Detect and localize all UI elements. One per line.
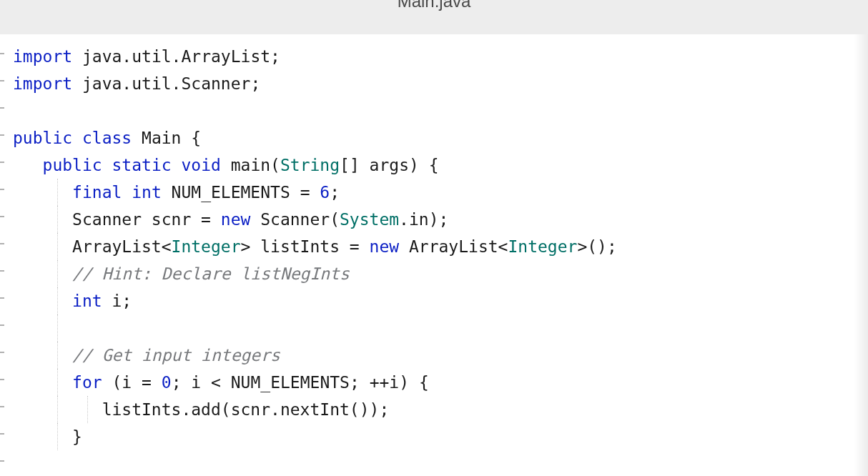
code-text: import java.util.ArrayList; bbox=[13, 47, 280, 66]
gutter-tick bbox=[0, 189, 4, 190]
active-tab-filename[interactable]: Main.java bbox=[398, 0, 471, 11]
gutter-tick bbox=[0, 324, 4, 326]
code-line[interactable]: Scanner scnr = new Scanner(System.in); bbox=[13, 206, 868, 233]
code-text: ArrayList<Integer> listInts = new ArrayL… bbox=[13, 237, 617, 256]
code-text: listInts.add(scnr.nextInt()); bbox=[13, 400, 389, 419]
gutter-tick bbox=[0, 433, 4, 435]
gutter-tick bbox=[0, 107, 4, 109]
code-line[interactable]: final int NUM_ELEMENTS = 6; bbox=[13, 179, 868, 206]
editor-tab-bar: Main.java bbox=[0, 0, 868, 34]
code-text: // Hint: Declare listNegInts bbox=[13, 264, 350, 283]
gutter-tick bbox=[0, 270, 4, 272]
gutter-tick bbox=[0, 406, 4, 407]
code-text: public class Main { bbox=[13, 129, 201, 147]
code-line[interactable]: for (i = 0; i < NUM_ELEMENTS; ++i) { bbox=[13, 369, 868, 396]
code-line[interactable] bbox=[13, 97, 868, 124]
code-text: Scanner scnr = new Scanner(System.in); bbox=[13, 210, 448, 229]
gutter-tick bbox=[0, 352, 4, 353]
code-area[interactable]: import java.util.ArrayList;import java.u… bbox=[7, 34, 868, 476]
gutter-tick bbox=[0, 53, 4, 54]
line-gutter bbox=[0, 34, 7, 476]
code-line[interactable]: ArrayList<Integer> listInts = new ArrayL… bbox=[13, 233, 868, 260]
code-text: // Get input integers bbox=[13, 346, 280, 365]
gutter-tick bbox=[0, 80, 4, 81]
gutter-tick bbox=[0, 134, 4, 136]
code-line[interactable]: import java.util.Scanner; bbox=[13, 70, 868, 97]
code-line[interactable]: listInts.add(scnr.nextInt()); bbox=[13, 396, 868, 423]
code-line[interactable] bbox=[13, 314, 868, 342]
code-line[interactable]: int i; bbox=[13, 287, 868, 314]
code-line[interactable]: import java.util.ArrayList; bbox=[13, 43, 868, 70]
code-line[interactable]: // Get input integers bbox=[13, 342, 868, 369]
code-line[interactable]: public class Main { bbox=[13, 124, 868, 152]
code-text: for (i = 0; i < NUM_ELEMENTS; ++i) { bbox=[13, 373, 429, 392]
code-text: int i; bbox=[13, 292, 132, 310]
code-text: import java.util.Scanner; bbox=[13, 74, 260, 93]
code-text: } bbox=[13, 427, 82, 446]
gutter-tick bbox=[0, 162, 4, 163]
code-text: public static void main(String[] args) { bbox=[13, 156, 439, 174]
code-line[interactable]: public static void main(String[] args) { bbox=[13, 152, 868, 179]
code-line[interactable]: } bbox=[13, 423, 868, 450]
gutter-tick bbox=[0, 243, 4, 244]
code-text: final int NUM_ELEMENTS = 6; bbox=[13, 183, 340, 202]
code-line[interactable]: // Hint: Declare listNegInts bbox=[13, 260, 868, 287]
code-text bbox=[13, 319, 72, 337]
code-editor[interactable]: import java.util.ArrayList;import java.u… bbox=[0, 34, 868, 476]
gutter-tick bbox=[0, 460, 4, 462]
gutter-tick bbox=[0, 379, 4, 380]
gutter-tick bbox=[0, 216, 4, 217]
gutter-tick bbox=[0, 297, 4, 299]
